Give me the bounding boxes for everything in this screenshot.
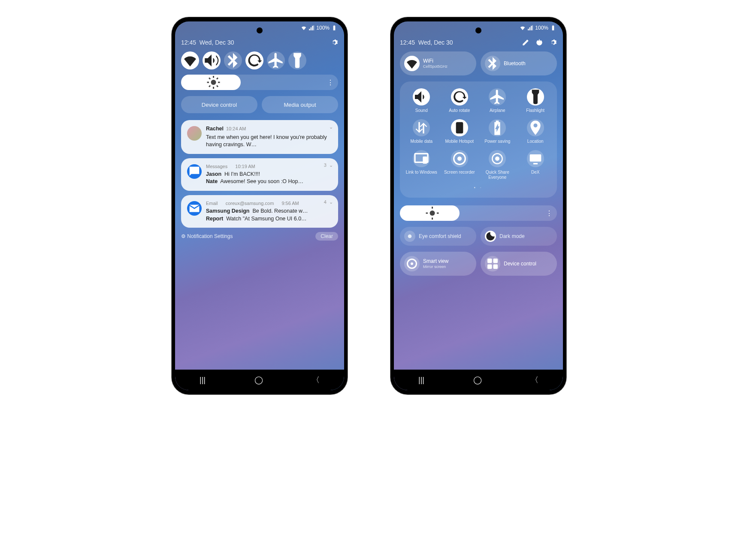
auto-rotate-tile[interactable]: Auto rotate <box>442 88 478 113</box>
wifi-icon <box>404 56 420 71</box>
wifi-toggle[interactable] <box>181 51 199 69</box>
battery-icon <box>331 25 337 31</box>
svg-point-0 <box>211 80 216 85</box>
back-button[interactable]: 〈 <box>531 375 538 385</box>
device-control-button[interactable]: Device control <box>181 96 257 113</box>
flashlight-toggle[interactable] <box>288 51 306 69</box>
camera-hole <box>257 27 263 33</box>
home-button[interactable]: ◯ <box>473 375 482 385</box>
camera-hole <box>475 27 481 33</box>
smart-view-tile[interactable]: Smart viewMirror screen <box>400 252 476 276</box>
battery-percent: 100% <box>535 25 548 31</box>
bluetooth-tile[interactable]: Bluetooth <box>481 51 557 75</box>
back-button[interactable]: 〈 <box>312 375 320 385</box>
messages-icon <box>187 164 202 179</box>
home-button[interactable]: ◯ <box>254 375 263 385</box>
quick-settings-row <box>181 51 338 69</box>
settings-icon[interactable] <box>330 39 338 46</box>
dex-tile[interactable]: DeX <box>517 150 554 180</box>
clock-date: Wed, Dec 30 <box>418 39 453 46</box>
eye-comfort-toggle[interactable]: Eye comfort shield <box>400 227 476 246</box>
quick-share-tile[interactable]: Quick Share Everyone <box>479 150 516 180</box>
dark-mode-icon <box>485 231 496 242</box>
battery-percent: 100% <box>316 25 330 31</box>
location-tile[interactable]: Location <box>517 119 554 144</box>
brightness-fill <box>181 75 241 90</box>
svg-rect-26 <box>487 259 492 263</box>
sound-tile[interactable]: Sound <box>403 88 440 113</box>
svg-rect-11 <box>423 157 427 164</box>
airplane-toggle[interactable] <box>267 51 285 69</box>
status-bar: 100% <box>520 25 556 31</box>
screen: 100% 12:45 Wed, Dec 30 WiFiCellSpot5GHz <box>394 21 563 390</box>
notification-settings-link[interactable]: ⚙ Notification Settings <box>181 233 233 239</box>
airplane-tile[interactable]: Airplane <box>479 88 516 113</box>
chevron-down-icon[interactable]: ⌄ <box>329 124 333 130</box>
notification-messages[interactable]: Messages 10:19 AM Jason Hi I'm BACK!!!! … <box>181 158 338 191</box>
bluetooth-icon <box>485 56 500 71</box>
link-to-windows-tile[interactable]: Link to Windows <box>403 150 440 180</box>
clock-time: 12:45 <box>400 39 415 46</box>
mobile-hotspot-tile[interactable]: Mobile Hotspot <box>442 119 478 144</box>
navigation-bar: ||| ◯ 〈 <box>394 370 563 390</box>
battery-icon <box>550 25 556 31</box>
panel-header: 12:45 Wed, Dec 30 <box>400 39 557 46</box>
svg-point-18 <box>430 211 435 216</box>
brightness-icon <box>405 205 460 221</box>
screen-recorder-tile[interactable]: Screen recorder <box>442 150 478 180</box>
media-output-button[interactable]: Media output <box>262 96 338 113</box>
status-bar: 100% <box>301 25 337 31</box>
wifi-status-icon <box>520 25 526 31</box>
clear-button[interactable]: Clear <box>315 232 338 241</box>
svg-rect-17 <box>533 163 538 164</box>
notification-rachel[interactable]: Rachel 10:24 AM Text me when you get her… <box>181 120 338 154</box>
brightness-icon <box>186 75 241 90</box>
bluetooth-toggle[interactable] <box>224 51 242 69</box>
notification-email[interactable]: Email coreux@samsung.com 9:56 AM Samsung… <box>181 195 338 228</box>
power-icon[interactable] <box>535 39 543 46</box>
device-control-tile[interactable]: Device control <box>481 252 557 276</box>
phone-quick-settings: 100% 12:45 Wed, Dec 30 WiFiCellSpot5GHz <box>390 17 566 394</box>
svg-line-5 <box>209 78 210 79</box>
signal-icon <box>309 25 315 31</box>
edit-icon[interactable] <box>522 39 529 46</box>
page-indicator: • · <box>403 185 554 190</box>
avatar-rachel <box>187 126 202 141</box>
brightness-slider[interactable]: ⋮ <box>400 205 557 221</box>
clock-time: 12:45 <box>181 39 196 46</box>
recents-button[interactable]: ||| <box>418 376 424 385</box>
navigation-bar: ||| ◯ 〈 <box>175 370 344 390</box>
brightness-more-icon[interactable]: ⋮ <box>546 209 553 217</box>
email-icon <box>187 201 202 216</box>
clock-date: Wed, Dec 30 <box>200 39 234 46</box>
svg-point-13 <box>457 157 462 161</box>
svg-line-6 <box>217 86 218 87</box>
svg-rect-9 <box>456 122 463 134</box>
brightness-slider[interactable]: ⋮ <box>181 75 338 90</box>
svg-rect-27 <box>493 259 498 263</box>
phone-notification-panel: 100% 12:45 Wed, Dec 30 <box>172 17 348 394</box>
recents-button[interactable]: ||| <box>200 376 206 385</box>
sound-toggle[interactable] <box>203 51 221 69</box>
auto-rotate-toggle[interactable] <box>245 51 263 69</box>
svg-rect-29 <box>493 265 498 269</box>
device-control-icon <box>485 256 500 271</box>
smart-view-icon <box>404 256 420 271</box>
wifi-status-icon <box>301 25 307 31</box>
flashlight-tile[interactable]: Flashlight <box>517 88 554 113</box>
brightness-more-icon[interactable]: ⋮ <box>327 78 334 87</box>
svg-line-7 <box>209 86 210 87</box>
power-saving-tile[interactable]: Power saving <box>479 119 516 144</box>
svg-rect-28 <box>487 265 492 269</box>
quick-settings-grid: Sound Auto rotate Airplane Flashlight Mo… <box>400 81 557 198</box>
svg-line-8 <box>217 78 218 79</box>
settings-icon[interactable] <box>549 39 557 46</box>
wifi-tile[interactable]: WiFiCellSpot5GHz <box>400 51 476 75</box>
dark-mode-toggle[interactable]: Dark mode <box>481 227 557 246</box>
panel-header: 12:45 Wed, Dec 30 <box>181 39 338 46</box>
screen: 100% 12:45 Wed, Dec 30 <box>175 21 344 390</box>
mobile-data-tile[interactable]: Mobile data <box>403 119 440 144</box>
signal-icon <box>527 25 533 31</box>
svg-point-23 <box>408 235 412 238</box>
svg-point-25 <box>411 262 413 265</box>
